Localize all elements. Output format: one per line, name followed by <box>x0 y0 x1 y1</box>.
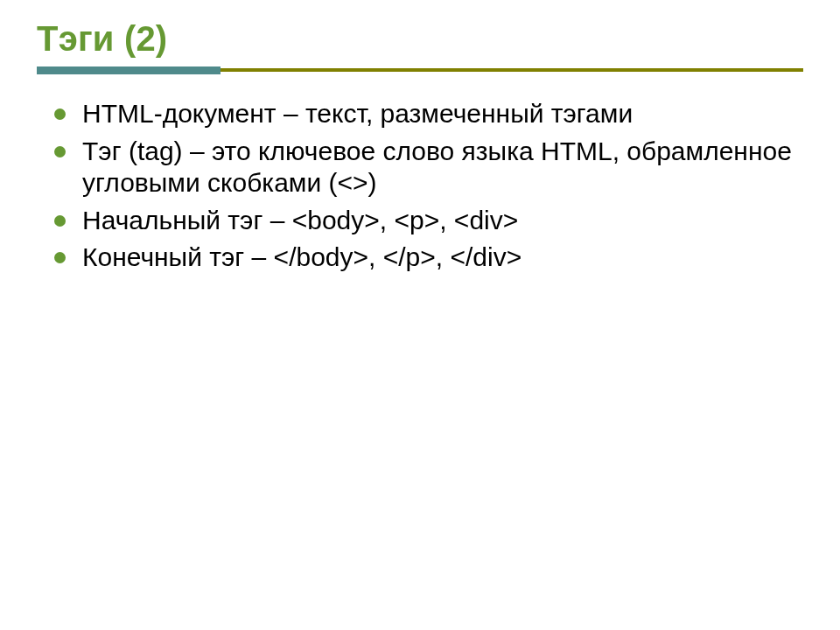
slide: Тэги (2) HTML-документ – текст, размечен… <box>0 0 840 630</box>
list-item: HTML-документ – текст, размеченный тэгам… <box>46 98 803 130</box>
bullet-text: HTML-документ – текст, размеченный тэгам… <box>82 99 633 128</box>
title-underline <box>37 66 803 75</box>
title-block: Тэги (2) <box>37 19 803 75</box>
list-item: Начальный тэг – <body>, <p>, <div> <box>46 205 803 237</box>
list-item: Конечный тэг – </body>, </p>, </div> <box>46 242 803 274</box>
slide-body: HTML-документ – текст, размеченный тэгам… <box>37 98 803 274</box>
bullet-text: Тэг (tag) – это ключевое слово языка HTM… <box>82 136 792 198</box>
title-underline-accent <box>37 66 220 74</box>
slide-title: Тэги (2) <box>37 19 803 58</box>
list-item: Тэг (tag) – это ключевое слово языка HTM… <box>46 136 803 200</box>
bullet-text: Начальный тэг – <body>, <p>, <div> <box>82 206 518 234</box>
bullet-text: Конечный тэг – </body>, </p>, </div> <box>82 242 522 271</box>
bullet-list: HTML-документ – текст, размеченный тэгам… <box>46 98 803 274</box>
